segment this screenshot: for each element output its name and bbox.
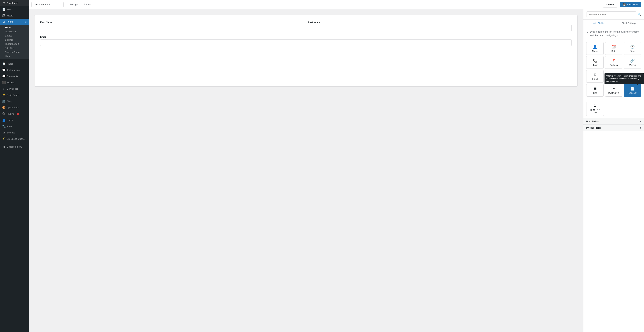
search-icon: 🔍 [638,13,641,16]
sidebar-help[interactable]: Help [0,54,28,58]
last-name-label: Last Name [308,21,572,24]
sidebar-item-litespeed[interactable]: ⚡ LiteSpeed Cache [0,136,28,142]
field-card-phone[interactable]: 📞 Phone [586,56,604,69]
field-card-name[interactable]: 👤 Name [586,42,604,55]
canvas-area: First Name Last Name Email [28,9,583,332]
preview-button[interactable]: Preview [603,2,617,8]
forms-icon: ⊙ [2,20,5,24]
search-field-input[interactable] [586,12,636,17]
tab-field-settings[interactable]: Field Settings [614,20,644,27]
plugins-icon: 🔌 [2,112,5,116]
first-name-input[interactable] [40,25,304,31]
sidebar-item-label: Testimonials [7,69,20,71]
chevron-down-icon: ▾ [49,4,50,6]
email-field-icon: ✉ [594,73,596,77]
last-name-input[interactable] [308,25,572,31]
sidebar-import-export[interactable]: Import/Export [0,42,28,46]
post-fields-section[interactable]: Post Fields ▾ [584,118,644,125]
field-card-address[interactable]: 📍 Address [605,56,622,69]
last-name-field: Last Name [308,21,572,31]
field-card-dlm-gf-lock[interactable]: ⚙ DLM - GF Lock [586,102,604,116]
website-field-icon: 🔗 [630,59,635,63]
sidebar-item-appearance[interactable]: 🎨 Appearance [0,105,28,111]
sidebar-item-posts[interactable]: 📄 Posts [0,6,28,13]
multi-select-label: Multi Select [608,92,619,94]
pages-icon: 📋 [2,62,5,66]
sidebar-item-media[interactable]: 🖼 Media [0,13,28,19]
date-field-label: Date [612,50,616,52]
sidebar-entries[interactable]: Entries [0,34,28,38]
form-selector-label: Contact Form [34,3,48,6]
list-label: List [593,92,597,94]
sidebar-item-downloads[interactable]: ⬇ Downloads [0,86,28,92]
testimonials-icon: 💬 [2,68,5,72]
fields-row-3: ✉ Email 📤 File Upload 🔄 CAPTCHA [586,70,641,83]
tab-settings[interactable]: Settings [66,1,80,9]
sidebar-item-label: Pages [7,63,14,65]
sidebar-item-label: Posts [7,8,13,11]
sidebar-item-label: Modula [7,81,14,84]
time-field-icon: 🕐 [630,45,635,49]
sidebar-item-settings-main[interactable]: ⚙ Settings [0,130,28,136]
address-field-label: Address [610,64,618,66]
main-area: Contact Form ▾ Settings Entries Preview … [28,0,644,332]
plugins-badge: 1 [16,113,20,115]
save-form-button[interactable]: 💾 Save Form [620,2,641,7]
shop-icon: 🛒 [2,100,5,103]
fields-row-4: ☰ List ≡ Multi Select Offers a "yes/no" … [586,84,641,97]
field-card-consent[interactable]: Offers a "yes/no" consent checkbox and a… [624,84,641,97]
captcha-label: CAPTCHA [628,78,638,80]
form-selector-dropdown[interactable]: Contact Form ▾ [32,2,64,7]
consent-icon: 📄 [630,86,635,91]
sidebar: ⊞ Dashboard 📄 Posts 🖼 Media ⊙ Forms ◀ Fo… [0,0,28,332]
dlm-gf-lock-icon: ⚙ [594,104,597,108]
sidebar-item-testimonials[interactable]: 💬 Testimonials [0,67,28,73]
sidebar-item-collapse[interactable]: ◀ Collapse menu [0,144,28,150]
captcha-icon: 🔄 [630,73,635,77]
sidebar-item-tools[interactable]: 🔧 Tools [0,123,28,130]
sidebar-item-ninja-forms[interactable]: 🥷 Ninja Forms [0,92,28,98]
pricing-fields-label: Pricing Fields [586,126,602,129]
settings-main-icon: ⚙ [2,131,5,134]
sidebar-item-dashboard[interactable]: ⊞ Dashboard [0,0,28,6]
sidebar-item-modula[interactable]: ⬛ Modula [0,79,28,86]
sidebar-settings[interactable]: Settings [0,38,28,42]
sidebar-item-label: Comments [7,75,18,78]
ninja-forms-icon: 🥷 [2,93,5,97]
sidebar-item-label: Forms [7,21,14,23]
sidebar-item-comments[interactable]: 💭 Comments [0,73,28,79]
field-card-captcha[interactable]: 🔄 CAPTCHA [624,70,641,83]
field-card-multi-select[interactable]: ≡ Multi Select [605,84,622,97]
multi-select-icon: ≡ [613,86,615,91]
sidebar-item-forms[interactable]: ⊙ Forms ◀ [0,19,28,25]
dlm-gf-lock-label: DLM - GF Lock [588,109,602,114]
field-card-file-upload[interactable]: 📤 File Upload [605,70,622,83]
fields-row-2: 📞 Phone 📍 Address 🔗 Website [586,56,641,69]
sidebar-item-plugins[interactable]: 🔌 Plugins 1 [0,111,28,117]
sidebar-item-users[interactable]: 👤 Users [0,117,28,123]
email-input[interactable] [40,39,572,46]
field-card-time[interactable]: 🕐 Time [624,42,641,55]
tab-entries[interactable]: Entries [80,1,94,9]
save-icon: 💾 [623,3,626,6]
sidebar-forms-section-label: Forms [0,26,28,30]
phone-field-label: Phone [592,64,598,66]
sidebar-item-shop[interactable]: 🛒 Shop [0,98,28,105]
topbar-tabs: Settings Entries [66,1,94,9]
sidebar-system-status[interactable]: System Status [0,50,28,54]
sidebar-add-ons[interactable]: Add-Ons [0,46,28,50]
pricing-fields-section[interactable]: Pricing Fields ▾ [584,125,644,131]
post-fields-chevron-icon: ▾ [640,120,641,123]
field-card-website[interactable]: 🔗 Website [624,56,641,69]
sidebar-item-pages[interactable]: 📋 Pages [0,61,28,67]
tab-add-fields[interactable]: Add Fields [584,20,614,27]
name-field-icon: 👤 [593,45,597,49]
field-card-list[interactable]: ☰ List [586,84,604,97]
field-card-email[interactable]: ✉ Email [586,70,604,83]
sidebar-item-label: LiteSpeed Cache [7,138,25,140]
cursor-icon: ↖ [586,31,588,35]
sidebar-new-form[interactable]: New Form [0,30,28,34]
sidebar-item-label: Media [7,14,13,17]
field-card-date[interactable]: 📅 Date [605,42,622,55]
date-field-icon: 📅 [612,45,616,49]
